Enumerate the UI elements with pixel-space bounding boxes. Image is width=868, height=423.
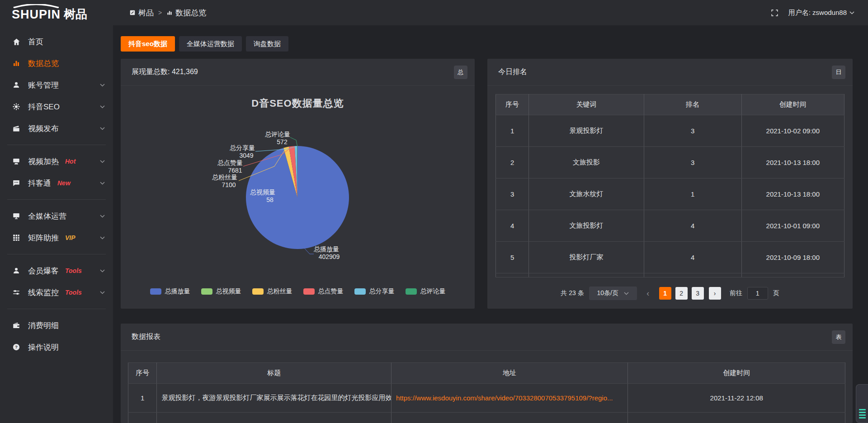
monitor-icon (12, 212, 21, 220)
column-header: 序号 (128, 363, 157, 384)
ranking-panel: 今日排名 日 序号关键词排名创建时间 1景观投影灯32021-10-02 09:… (487, 59, 853, 309)
sidebar-divider (7, 309, 106, 309)
report-link[interactable]: https://www.iesdouyin.com/share/video/70… (396, 394, 613, 402)
chevron-down-icon (100, 215, 105, 218)
page-buttons: 123 (659, 287, 704, 300)
legend-swatch (150, 288, 161, 295)
sidebar-item-help[interactable]: ?操作说明 (0, 336, 113, 358)
legend-item-总点赞量[interactable]: 总点赞量 (303, 287, 344, 296)
legend-item-总分享量[interactable]: 总分享量 (354, 287, 395, 296)
app-logo: SHUPIN 树品 (0, 4, 113, 22)
breadcrumb-home[interactable]: 树品 (129, 8, 154, 18)
user-menu[interactable]: 用户名: zswodun88 (788, 9, 854, 17)
report-panel: 数据报表 表 序号标题地址创建时间 1景观投影灯，夜游景观投影灯厂家展示展示落花… (121, 324, 853, 423)
home-icon (12, 38, 21, 46)
data-tabs: 抖音seo数据全媒体运营数据询盘数据 (121, 36, 853, 52)
table-row-partial (128, 413, 845, 423)
sidebar-divider (7, 199, 106, 200)
member-icon (12, 267, 21, 275)
page-button-3[interactable]: 3 (692, 287, 704, 300)
sidebar-item-grid[interactable]: 矩阵助推VIP (0, 227, 113, 249)
page-button-1[interactable]: 1 (659, 287, 671, 300)
breadcrumb: 树品 > 数据总览 (129, 8, 206, 18)
sidebar-item-bar-chart[interactable]: 数据总览 (0, 52, 113, 74)
sidebar-item-gear[interactable]: 抖音SEO (0, 96, 113, 118)
user-icon (12, 81, 21, 89)
pie-label-value: 572 (277, 138, 288, 146)
column-header: 标题 (157, 363, 392, 384)
sidebar-item-label: 操作说明 (28, 342, 59, 352)
pie-label-name: 总视频量 (250, 188, 275, 196)
legend-item-总评论量[interactable]: 总评论量 (406, 287, 446, 296)
page-size-select[interactable]: 10条/页 (589, 287, 637, 300)
sidebar-item-wallet[interactable]: 消费明细 (0, 315, 113, 336)
pie-label-line (305, 249, 314, 254)
pie-label-name: 总分享量 (230, 144, 255, 151)
sidebar-item-heat[interactable]: 视频加热Hot (0, 150, 113, 172)
pie-label-value: 58 (266, 196, 274, 203)
logo-arc-icon (13, 4, 60, 8)
pie-label-value: 402909 (319, 253, 340, 260)
bar-chart-icon (166, 9, 173, 16)
topbar-right: 用户名: zswodun88 (771, 9, 868, 17)
filter-icon (12, 288, 21, 296)
sidebar-item-video[interactable]: 视频发布 (0, 118, 113, 139)
column-header: 创建时间 (628, 363, 845, 384)
sidebar-item-label: 矩阵助推 (28, 233, 59, 243)
pagination: 共 23 条 10条/页 ‹ 123 › 前往 页 (495, 287, 844, 300)
pie-chart-canvas: 总播放量402909总视频量58总粉丝量7100总点赞量7681总分享量3049… (121, 86, 475, 280)
top-bar: SHUPIN 树品 树品 > 数据总览 用户名: zswodun88 (0, 0, 868, 25)
ranking-badge-button[interactable]: 日 (832, 66, 845, 79)
tab-2[interactable]: 询盘数据 (246, 36, 288, 52)
table-row-partial (496, 273, 844, 277)
legend-item-总视频量[interactable]: 总视频量 (201, 287, 241, 296)
legend-item-总播放量[interactable]: 总播放量 (150, 287, 190, 296)
goto-label: 前往 (730, 289, 742, 297)
report-table: 序号标题地址创建时间 1景观投影灯，夜游景观投影灯厂家展示展示落花灯在花园里的灯… (128, 362, 845, 423)
fullscreen-icon[interactable] (771, 9, 778, 17)
next-page-button[interactable]: › (709, 287, 721, 300)
sidebar-item-label: 线索监控 (28, 287, 59, 298)
table-row: 4文旅投影灯42021-10-01 09:00 (496, 210, 844, 242)
bar-chart-icon (12, 59, 21, 67)
overview-panel: 展现量总数: 421,369 总 D音SEO数据量总览 总播放量402909总视… (121, 59, 475, 309)
sidebar-item-chat[interactable]: 抖客通New (0, 172, 113, 194)
column-header: 创建时间 (741, 94, 844, 115)
ranking-table: 序号关键词排名创建时间 1景观投影灯32021-10-02 09:002文旅投影… (495, 94, 844, 277)
sidebar-item-filter[interactable]: 线索监控Tools (0, 282, 113, 303)
overview-badge-button[interactable]: 总 (454, 66, 467, 79)
report-title-cell: 景观投影灯，夜游景观投影灯厂家展示展示落花灯在花园里的灯光投影应用效果 # (157, 384, 392, 413)
chevron-down-icon (100, 84, 105, 87)
sidebar-item-label: 消费明细 (28, 320, 59, 331)
grid-icon (12, 234, 21, 242)
floating-widget[interactable] (856, 384, 868, 423)
logo-cn: 树品 (64, 4, 87, 22)
legend-swatch (201, 288, 212, 295)
breadcrumb-current[interactable]: 数据总览 (166, 8, 206, 18)
chat-icon (12, 179, 21, 187)
chart-legend: 总播放量总视频量总粉丝量总点赞量总分享量总评论量 (121, 287, 475, 296)
sidebar-divider (7, 254, 106, 254)
svg-text:?: ? (15, 344, 18, 349)
sidebar-item-user[interactable]: 账号管理 (0, 74, 113, 96)
goto-page-input[interactable] (747, 287, 768, 300)
column-header: 序号 (496, 94, 529, 115)
sidebar-item-monitor[interactable]: 全媒体运营 (0, 205, 113, 227)
tab-1[interactable]: 全媒体运营数据 (179, 36, 242, 52)
report-badge-button[interactable]: 表 (832, 330, 845, 344)
prev-page-button[interactable]: ‹ (642, 287, 654, 300)
sidebar-item-tag: New (57, 179, 71, 187)
sidebar-item-home[interactable]: 首页 (0, 31, 113, 52)
total-count-label: 共 23 条 (561, 289, 584, 297)
table-row: 5投影灯厂家42021-10-09 18:00 (496, 242, 844, 273)
sidebar-item-tag: Tools (65, 267, 82, 274)
legend-item-总粉丝量[interactable]: 总粉丝量 (252, 287, 292, 296)
tab-0[interactable]: 抖音seo数据 (121, 36, 175, 52)
pie-label-line (290, 137, 297, 146)
chevron-down-icon (100, 182, 105, 185)
chevron-down-icon (849, 11, 854, 14)
page-button-2[interactable]: 2 (675, 287, 688, 300)
sidebar-item-member[interactable]: 会员爆客Tools (0, 260, 113, 282)
edit-icon (129, 9, 136, 16)
legend-swatch (406, 288, 417, 295)
